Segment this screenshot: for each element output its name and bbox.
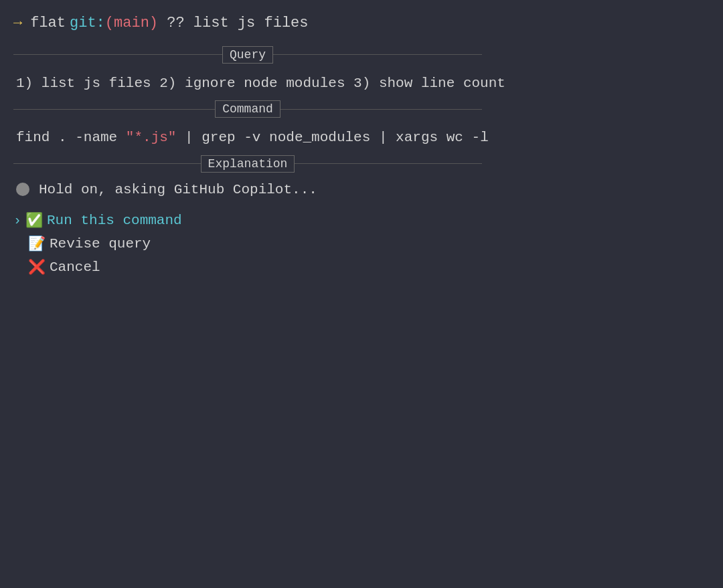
query-label: Query — [222, 46, 273, 64]
menu-chevron-icon: › — [13, 213, 21, 228]
run-icon: ✅ — [25, 212, 43, 229]
query-divider: Query — [13, 46, 482, 64]
revise-icon: 📝 — [28, 235, 46, 252]
cmd-part2: | grep -v node_modules | xargs wc -l — [176, 130, 488, 145]
menu-item-cancel[interactable]: ❌ Cancel — [13, 258, 710, 277]
cancel-label: Cancel — [50, 260, 100, 275]
divider-line-left — [13, 163, 201, 164]
prompt-branch: (main) — [105, 15, 158, 31]
command-divider: Command — [13, 100, 482, 118]
divider-line-left — [13, 54, 222, 55]
loading-spinner — [16, 183, 29, 196]
divider-line-right — [280, 109, 482, 110]
divider-line-left — [13, 109, 215, 110]
prompt-flat: flat — [30, 13, 66, 34]
prompt-git-label: git:(main) — [70, 13, 158, 34]
menu-item-run[interactable]: › ✅ Run this command — [13, 211, 710, 230]
cmd-part1: find . -name — [16, 130, 126, 145]
terminal-prompt: → flat git:(main) ?? list js files — [13, 13, 710, 34]
action-menu: › ✅ Run this command 📝 Revise query ❌ Ca… — [13, 211, 710, 277]
prompt-query: ?? list js files — [158, 13, 308, 34]
loading-text: Hold on, asking GitHub Copilot... — [39, 182, 317, 197]
cancel-icon: ❌ — [28, 259, 46, 276]
explanation-label: Explanation — [201, 155, 295, 173]
divider-line-right — [295, 163, 482, 164]
command-label: Command — [215, 100, 280, 118]
revise-label: Revise query — [50, 236, 151, 252]
prompt-arrow: → — [13, 13, 22, 34]
command-content: find . -name "*.js" | grep -v node_modul… — [13, 127, 710, 149]
query-content: 1) list js files 2) ignore node modules … — [13, 73, 710, 94]
run-label: Run this command — [47, 213, 182, 228]
explanation-loading: Hold on, asking GitHub Copilot... — [13, 182, 710, 197]
explanation-divider: Explanation — [13, 155, 482, 173]
cmd-string: "*.js" — [126, 130, 177, 145]
divider-line-right — [273, 54, 482, 55]
menu-item-revise[interactable]: 📝 Revise query — [13, 234, 710, 254]
